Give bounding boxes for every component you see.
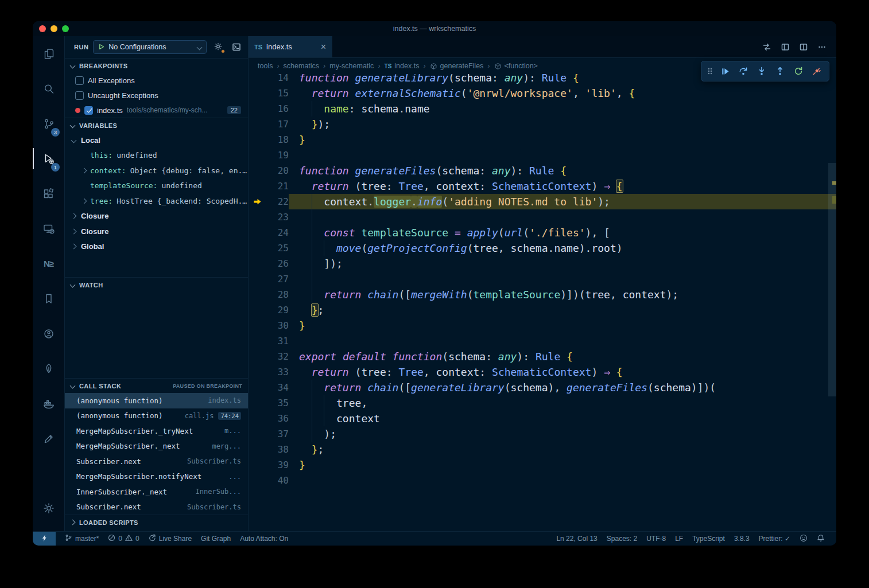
code-text[interactable]: move(getProjectConfig(tree, schema.name)… (289, 240, 836, 256)
code-line[interactable]: 28 return chain([mergeWith(templateSourc… (249, 287, 836, 302)
activity-explorer-icon[interactable] (33, 36, 64, 71)
close-tab-icon[interactable] (321, 42, 326, 52)
activity-docker-icon[interactable] (33, 386, 64, 421)
activity-live-share-icon[interactable] (33, 316, 64, 351)
ts-version-item[interactable]: 3.8.3 (730, 532, 754, 546)
breakpoint-gutter[interactable] (249, 302, 266, 318)
line-number[interactable]: 38 (266, 442, 289, 457)
line-number[interactable]: 30 (266, 318, 289, 333)
code-text[interactable]: export default function(schema: any): Ru… (289, 349, 836, 364)
line-number[interactable]: 36 (266, 411, 289, 426)
line-number[interactable]: 14 (266, 74, 289, 85)
code-line[interactable]: 40 (249, 473, 836, 488)
code-text[interactable]: function generateFiles(schema: any): Rul… (289, 163, 836, 178)
code-text[interactable]: }); (289, 116, 836, 132)
call-stack-frame[interactable]: MergeMapSubscriber._nextmerg... (65, 439, 248, 454)
breadcrumb-item[interactable]: my-schematic (329, 62, 374, 70)
call-stack-frame[interactable]: MergeMapSubscriber._tryNextm... (65, 423, 248, 439)
code-line[interactable]: 23 (249, 209, 836, 225)
call-stack-frame[interactable]: (anonymous function)index.ts (65, 393, 248, 408)
title-bar[interactable]: index.ts — wrkschematics (33, 21, 836, 36)
line-number[interactable]: 20 (266, 163, 289, 178)
activity-search-icon[interactable] (33, 71, 64, 106)
call-stack-frame[interactable]: (anonymous function)call.js74:24 (65, 408, 248, 424)
code-line[interactable]: 25 move(getProjectConfig(tree, schema.na… (249, 240, 836, 256)
code-text[interactable]: context (289, 411, 836, 426)
code-text[interactable]: return (tree: Tree, context: SchematicCo… (289, 364, 836, 380)
call-stack-frame[interactable]: InnerSubscriber._nextInnerSub... (65, 484, 248, 500)
line-number[interactable]: 25 (266, 240, 289, 256)
open-changes-icon[interactable] (759, 40, 774, 54)
breakpoint-gutter[interactable] (249, 240, 266, 256)
code-line[interactable]: 31 (249, 333, 836, 349)
activity-testing-icon[interactable] (33, 351, 64, 386)
line-number[interactable]: 23 (266, 209, 289, 225)
problems-item[interactable]: 0 0 (103, 532, 143, 546)
breakpoints-header[interactable]: BREAKPOINTS (65, 58, 248, 73)
line-number[interactable]: 32 (266, 349, 289, 364)
watch-header[interactable]: WATCH (65, 277, 248, 292)
zoom-window-button[interactable] (62, 25, 69, 32)
language-mode-item[interactable]: TypeScript (688, 532, 730, 546)
breakpoint-gutter[interactable] (249, 411, 266, 426)
cursor-position-item[interactable]: Ln 22, Col 13 (552, 532, 602, 546)
line-number[interactable]: 31 (266, 333, 289, 349)
code-text[interactable]: return chain([mergeWith(templateSource)]… (289, 287, 836, 302)
code-text[interactable]: return (tree: Tree, context: SchematicCo… (289, 178, 836, 194)
breakpoint-gutter[interactable] (249, 349, 266, 364)
code-line[interactable]: 21 return (tree: Tree, context: Schemati… (249, 178, 836, 194)
tab-index-ts[interactable]: TS index.ts (249, 36, 332, 57)
code-line[interactable]: 17 }); (249, 116, 836, 132)
code-line[interactable]: 26 ]); (249, 256, 836, 271)
breakpoint-checkbox[interactable] (84, 106, 93, 115)
code-text[interactable]: } (289, 457, 836, 473)
debug-console-icon[interactable] (230, 40, 243, 54)
activity-remote-explorer-icon[interactable] (33, 211, 64, 246)
breakpoint-gutter[interactable] (249, 426, 266, 442)
breakpoint-gutter[interactable] (249, 333, 266, 349)
auto-attach-item[interactable]: Auto Attach: On (235, 532, 293, 546)
more-actions-icon[interactable] (814, 40, 829, 54)
line-number[interactable]: 26 (266, 256, 289, 271)
breadcrumb-item[interactable]: schematics (284, 62, 320, 70)
activity-nx-console-icon[interactable]: N≥ (33, 246, 64, 281)
breakpoint-gutter[interactable] (249, 287, 266, 302)
breakpoint-gutter[interactable] (249, 178, 266, 194)
line-number[interactable]: 15 (266, 85, 289, 101)
breakpoint-checkbox[interactable] (75, 76, 84, 85)
editor-scrollbar[interactable] (828, 74, 836, 531)
breakpoint-gutter[interactable] (249, 147, 266, 163)
breakpoint-gutter[interactable] (249, 163, 266, 178)
breakpoint-row[interactable]: Uncaught Exceptions (65, 88, 248, 103)
code-line[interactable]: 22 context.logger.info('adding NOTES.md … (249, 194, 836, 209)
code-text[interactable] (289, 473, 836, 488)
activity-bookmarks-icon[interactable] (33, 281, 64, 316)
variable-row[interactable]: context:Object {debug: false, en... (65, 163, 248, 178)
code-line[interactable]: 16 name: schema.name (249, 101, 836, 116)
code-line[interactable]: 37 ); (249, 426, 836, 442)
breakpoint-gutter[interactable] (249, 380, 266, 395)
code-text[interactable]: tree, (289, 395, 836, 411)
line-number[interactable]: 16 (266, 101, 289, 116)
breakpoint-gutter[interactable] (249, 473, 266, 488)
breakpoint-gutter[interactable] (249, 442, 266, 457)
minimize-window-button[interactable] (51, 25, 57, 32)
code-line[interactable]: 34 return chain([generateLibrary(schema)… (249, 380, 836, 395)
close-window-button[interactable] (39, 25, 46, 32)
code-text[interactable]: }; (289, 302, 836, 318)
settings-gear-icon[interactable] (33, 490, 64, 525)
eol-item[interactable]: LF (670, 532, 688, 546)
code-text[interactable]: }; (289, 442, 836, 457)
code-line[interactable]: 30} (249, 318, 836, 333)
line-number[interactable]: 34 (266, 380, 289, 395)
code-line[interactable]: 29 }; (249, 302, 836, 318)
variable-row[interactable]: Closure (65, 224, 248, 239)
code-line[interactable]: 33 return (tree: Tree, context: Schemati… (249, 364, 836, 380)
code-line[interactable]: 27 (249, 271, 836, 287)
start-debug-icon[interactable] (98, 43, 104, 52)
code-line[interactable]: 15 return externalSchematic('@nrwl/works… (249, 85, 836, 101)
code-text[interactable] (289, 209, 836, 225)
call-stack-frame[interactable]: Subscriber.nextSubscriber.ts (65, 500, 248, 515)
step-over-button[interactable] (735, 63, 752, 80)
git-graph-item[interactable]: Git Graph (196, 532, 235, 546)
